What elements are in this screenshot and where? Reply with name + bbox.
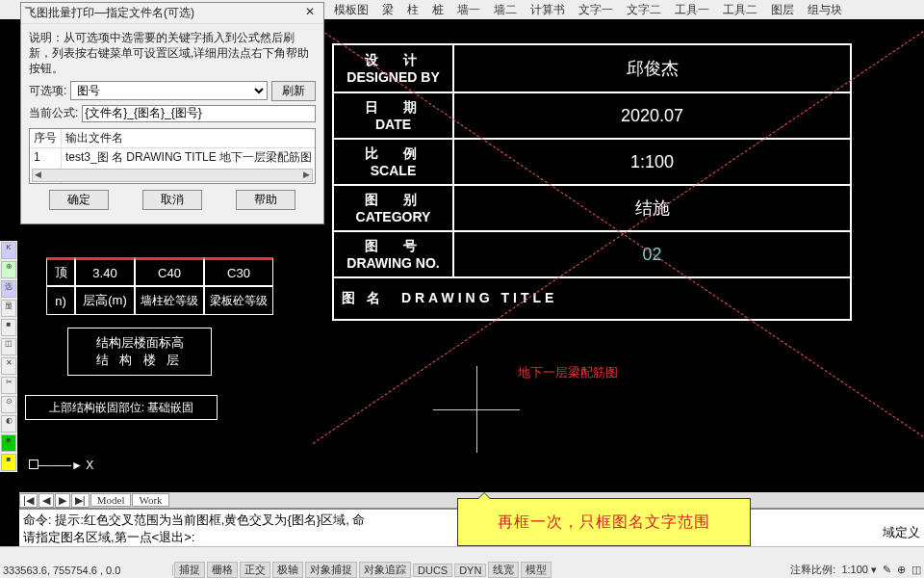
menu-item[interactable]: 文字一 — [578, 2, 613, 18]
tab-nav[interactable]: ▶ — [55, 493, 70, 508]
col-name: 输出文件名 — [62, 129, 317, 148]
status-bar: 333563.6, 755754.6 , 0.0 捕捉 栅格 正交 极轴 对象捕… — [0, 562, 924, 578]
status-icon[interactable]: ⊕ — [897, 564, 906, 576]
refresh-button[interactable]: 刷新 — [271, 81, 316, 101]
anno-scale-label: 注释比例: — [790, 563, 835, 577]
status-toggle[interactable]: 捕捉 — [174, 562, 205, 578]
tool-button[interactable]: ✂ — [1, 377, 16, 394]
tool-button[interactable]: ✕ — [1, 357, 16, 375]
tool-button[interactable]: ■ — [1, 434, 16, 452]
status-toggle[interactable]: 线宽 — [488, 562, 519, 578]
tool-button[interactable]: ⊙ — [1, 396, 16, 413]
dialog-title: 飞图批量打印—指定文件名(可选) — [25, 5, 194, 21]
menu-item[interactable]: 文字二 — [627, 2, 661, 18]
status-toggle[interactable]: DYN — [454, 564, 486, 577]
menu-item[interactable]: 模板图 — [334, 2, 369, 18]
ucs-icon: ────► X — [29, 459, 93, 472]
menu-item[interactable]: 图层 — [771, 2, 794, 18]
filename-dialog: 飞图批量打印—指定文件名(可选) ✕ 说明：从可选项中选需要的关键字插入到公式然… — [20, 2, 324, 224]
menu-item[interactable]: 墙二 — [494, 2, 517, 18]
drawing-name-text: 地下一层梁配筋图 — [518, 364, 618, 381]
tab-nav[interactable]: |◀ — [19, 493, 38, 508]
table-row: 1test3_图 名 DRAWING TITLE 地下一层梁配筋图 — [30, 147, 316, 167]
drawing-title: 图 名 DRAWING TITLE — [334, 276, 850, 319]
h-scrollbar[interactable] — [32, 169, 313, 182]
menu-item[interactable]: 工具一 — [675, 2, 709, 18]
coordinates: 333563.6, 755754.6 , 0.0 — [0, 565, 173, 576]
menu-item[interactable]: 桩 — [432, 2, 444, 18]
menu-item[interactable]: 工具二 — [723, 2, 757, 18]
left-toolbar: K ⊕ 选 显 ■ ◫ ✕ ✂ ⊙ ◐ ■ ■ — [0, 241, 17, 472]
status-toggle[interactable]: 正交 — [240, 562, 270, 578]
tool-button[interactable]: K — [1, 242, 16, 259]
hint-balloon: 再框一次，只框图名文字范围 — [457, 498, 751, 546]
tab-nav[interactable]: ▶| — [71, 493, 90, 508]
tab-nav[interactable]: ◀ — [38, 493, 54, 508]
embed-label: 上部结构嵌固部位: 基础嵌固 — [25, 395, 218, 420]
tool-button[interactable]: ◫ — [1, 338, 16, 355]
status-toggle[interactable]: 栅格 — [207, 562, 238, 578]
menu-item[interactable]: 梁 — [382, 2, 394, 18]
dialog-description: 说明：从可选项中选需要的关键字插入到公式然后刷新，列表按右键菜单可设置区域,详细… — [29, 30, 316, 77]
tab-work[interactable]: Work — [132, 493, 168, 507]
status-toggle[interactable]: 对象追踪 — [359, 562, 411, 578]
menu-item[interactable]: 柱 — [407, 2, 419, 18]
status-icon[interactable]: ✎ — [883, 564, 891, 576]
tool-button[interactable]: ⊕ — [1, 261, 16, 278]
menu-item[interactable]: 计算书 — [530, 2, 565, 18]
command-line-right: 域定义 — [883, 524, 920, 541]
col-seq: 序号 — [30, 129, 62, 148]
floor-table: 顶 3.40 C40 C30 n) 层高(m) 墙柱砼等级 梁板砼等级 — [46, 257, 287, 315]
tool-button[interactable]: ■ — [1, 454, 16, 471]
help-button[interactable]: 帮助 — [236, 190, 295, 210]
formula-label: 当前公式: — [29, 105, 78, 121]
tool-button[interactable]: 选 — [1, 280, 16, 298]
menu-item[interactable]: 组与块 — [808, 2, 842, 18]
cursor-line — [433, 409, 520, 410]
tab-model[interactable]: Model — [90, 493, 132, 507]
filename-table[interactable]: 序号输出文件名 1test3_图 名 DRAWING TITLE 地下一层梁配筋… — [29, 128, 316, 184]
close-icon[interactable]: ✕ — [300, 5, 320, 21]
status-toggle[interactable]: 极轴 — [272, 562, 303, 578]
option-label: 可选项: — [29, 83, 66, 99]
cancel-button[interactable]: 取消 — [142, 190, 202, 210]
title-block: 设 计DESIGNED BY邱俊杰 日 期DATE2020.07 比 例SCAL… — [332, 43, 852, 321]
tool-button[interactable]: 显 — [1, 300, 16, 317]
option-select[interactable]: 图号 — [70, 81, 268, 100]
status-toggle[interactable]: 模型 — [521, 562, 552, 578]
floor-label: 结构层楼面标高结 构 楼 层 — [67, 328, 212, 376]
menu-item[interactable]: 墙一 — [457, 2, 480, 18]
status-icon[interactable]: ◫ — [911, 564, 921, 576]
anno-scale-value[interactable]: 1:100 ▾ — [841, 564, 877, 576]
status-toggle[interactable]: 对象捕捉 — [305, 562, 357, 578]
tool-button[interactable]: ◐ — [1, 415, 16, 433]
tool-button[interactable]: ■ — [1, 319, 16, 336]
ok-button[interactable]: 确定 — [49, 190, 109, 210]
formula-input[interactable] — [82, 105, 316, 122]
annotation-bar — [0, 546, 924, 562]
status-toggle[interactable]: DUCS — [413, 564, 452, 577]
